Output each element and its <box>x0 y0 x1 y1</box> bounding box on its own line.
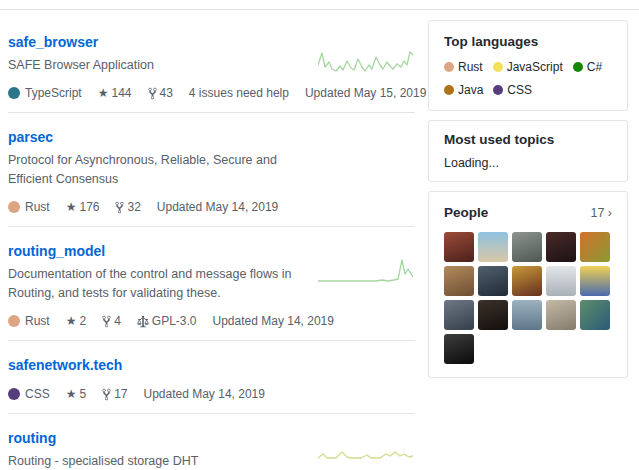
language-dot <box>8 87 20 99</box>
repo-meta: CSS ★ 5 17 Updated May 14, 2019 <box>8 387 415 401</box>
updated-text: Updated May 14, 2019 <box>213 314 334 328</box>
fork-icon <box>102 315 111 328</box>
forks-link[interactable]: 4 <box>102 314 121 328</box>
star-icon: ★ <box>66 201 77 213</box>
avatar[interactable] <box>444 232 474 262</box>
language-chip-csharp[interactable]: C# <box>573 60 602 74</box>
language-indicator[interactable]: CSS <box>8 387 50 401</box>
repo-meta: Rust ★ 176 32 Updated May 14, 2019 <box>8 200 415 214</box>
language-label: Rust <box>25 200 50 214</box>
updated-text: Updated May 15, 2019 <box>305 86 426 100</box>
avatar[interactable] <box>444 334 474 364</box>
stars-count: 144 <box>111 86 131 100</box>
language-dot <box>444 85 454 95</box>
language-chip-label: C# <box>587 60 602 74</box>
language-chip-java[interactable]: Java <box>444 83 483 97</box>
participation-sparkline <box>318 255 413 285</box>
language-indicator[interactable]: Rust <box>8 200 50 214</box>
chevron-right-icon: › <box>608 206 612 220</box>
participation-sparkline <box>318 448 413 462</box>
language-chip-label: Rust <box>458 60 483 74</box>
license-label: GPL-3.0 <box>152 314 197 328</box>
forks-count: 32 <box>127 200 140 214</box>
forks-count: 17 <box>114 387 127 401</box>
star-icon: ★ <box>66 388 77 400</box>
language-dot <box>8 315 20 327</box>
fork-icon <box>102 388 111 401</box>
people-count-link[interactable]: 17 › <box>590 206 612 220</box>
language-dot <box>8 388 20 400</box>
repo-description: Protocol for Asynchronous, Reliable, Sec… <box>8 151 322 189</box>
stars-link[interactable]: ★ 5 <box>66 387 86 401</box>
participation-sparkline <box>318 48 413 78</box>
avatar[interactable] <box>546 300 576 330</box>
top-languages-title: Top languages <box>444 34 612 49</box>
fork-icon <box>148 87 157 100</box>
language-dot <box>444 62 454 72</box>
page-top-divider <box>0 0 639 10</box>
language-dot <box>493 62 503 72</box>
law-icon <box>137 315 149 328</box>
repo-item-routing-model: routing_model Documentation of the contr… <box>8 227 415 341</box>
repo-item-routing: routing Routing - specialised storage DH… <box>8 414 415 470</box>
avatar[interactable] <box>546 232 576 262</box>
language-indicator[interactable]: TypeScript <box>8 86 82 100</box>
forks-count: 43 <box>160 86 173 100</box>
avatar[interactable] <box>444 266 474 296</box>
repo-link-parsec[interactable]: parsec <box>8 129 415 145</box>
help-wanted-link[interactable]: 4 issues need help <box>189 86 289 100</box>
avatar[interactable] <box>512 300 542 330</box>
repo-description: Documentation of the control and message… <box>8 265 322 303</box>
people-avatar-grid <box>444 232 612 364</box>
repo-item-parsec: parsec Protocol for Asynchronous, Reliab… <box>8 113 415 227</box>
sidebar: Top languages Rust JavaScript C# Java <box>428 10 628 387</box>
repo-link-routing[interactable]: routing <box>8 430 415 446</box>
avatar[interactable] <box>512 266 542 296</box>
people-title: People <box>444 205 488 220</box>
forks-link[interactable]: 17 <box>102 387 127 401</box>
avatar[interactable] <box>546 266 576 296</box>
language-label: Rust <box>25 314 50 328</box>
repo-link-safenetwork-tech[interactable]: safenetwork.tech <box>8 357 415 373</box>
repo-item-safenetwork-tech: safenetwork.tech CSS ★ 5 17 Updated May … <box>8 341 415 414</box>
repo-list: safe_browser SAFE Browser Application Ty… <box>8 10 415 470</box>
language-chip-list: Rust JavaScript C# Java CSS <box>444 60 612 97</box>
star-icon: ★ <box>98 87 109 99</box>
avatar[interactable] <box>478 300 508 330</box>
avatar[interactable] <box>478 232 508 262</box>
star-icon: ★ <box>66 315 77 327</box>
stars-link[interactable]: ★ 2 <box>66 314 86 328</box>
repo-meta: TypeScript ★ 144 43 4 issues need help U… <box>8 86 415 100</box>
people-header: People 17 › <box>444 205 612 220</box>
language-indicator[interactable]: Rust <box>8 314 50 328</box>
avatar[interactable] <box>512 232 542 262</box>
license-indicator: GPL-3.0 <box>137 314 197 328</box>
repo-description: Routing - specialised storage DHT <box>8 452 322 470</box>
language-chip-label: JavaScript <box>507 60 563 74</box>
forks-link[interactable]: 32 <box>115 200 140 214</box>
topics-loading-text: Loading... <box>444 156 612 170</box>
repo-meta: Rust ★ 2 4 GPL-3.0 Updated May 14, 2019 <box>8 314 415 328</box>
language-chip-css[interactable]: CSS <box>493 83 532 97</box>
repo-item-safe-browser: safe_browser SAFE Browser Application Ty… <box>8 10 415 113</box>
language-label: TypeScript <box>25 86 82 100</box>
forks-link[interactable]: 43 <box>148 86 173 100</box>
avatar[interactable] <box>580 300 610 330</box>
repo-description: SAFE Browser Application <box>8 56 322 75</box>
language-dot <box>493 85 503 95</box>
avatar[interactable] <box>444 300 474 330</box>
language-chip-rust[interactable]: Rust <box>444 60 483 74</box>
stars-link[interactable]: ★ 144 <box>98 86 132 100</box>
updated-text: Updated May 14, 2019 <box>157 200 278 214</box>
avatar[interactable] <box>580 266 610 296</box>
avatar[interactable] <box>580 232 610 262</box>
avatar[interactable] <box>478 266 508 296</box>
language-chip-label: CSS <box>507 83 532 97</box>
top-languages-card: Top languages Rust JavaScript C# Java <box>428 20 628 111</box>
language-chip-label: Java <box>458 83 483 97</box>
stars-link[interactable]: ★ 176 <box>66 200 100 214</box>
people-card: People 17 › <box>428 191 628 378</box>
stars-count: 2 <box>79 314 86 328</box>
language-chip-javascript[interactable]: JavaScript <box>493 60 563 74</box>
language-dot <box>573 62 583 72</box>
